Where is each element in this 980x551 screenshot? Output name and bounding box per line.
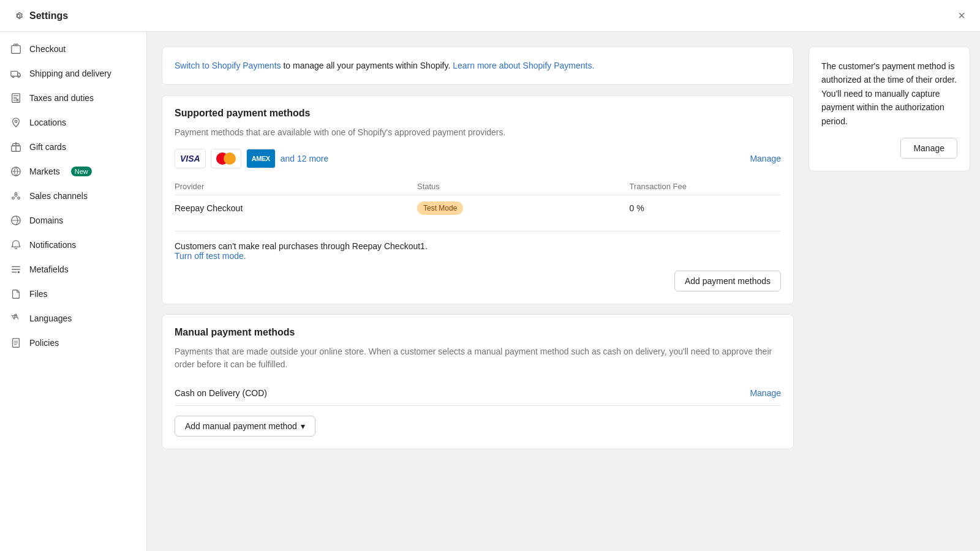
provider-table: Provider Status Transaction Fee Reepay C… [175, 178, 781, 221]
cod-manage-link[interactable]: Manage [750, 388, 781, 398]
provider-name: Reepay Checkout [175, 195, 417, 222]
markets-icon [10, 165, 22, 178]
supported-desc: Payment methods that are available with … [175, 126, 781, 139]
fee-cell: 0 % [630, 195, 782, 222]
cod-label: Cash on Delivery (COD) [175, 388, 267, 398]
header-left: Settings [12, 10, 68, 22]
add-manual-method-button[interactable]: Add manual payment method ▾ [175, 416, 315, 437]
manual-payment-card: Manual payment methods Payments that are… [162, 314, 794, 449]
sidebar-label-sales: Sales channels [29, 191, 88, 201]
sidebar-label-giftcards: Gift cards [29, 142, 66, 152]
supported-title: Supported payment methods [175, 108, 781, 119]
learn-more-link[interactable]: Learn more about Shopify Payments. [453, 61, 594, 70]
sidebar-label-domains: Domains [29, 216, 63, 225]
svg-point-8 [12, 197, 15, 200]
test-mode-warning: Customers can't make real purchases thro… [175, 231, 781, 261]
sidebar-label-locations: Locations [29, 118, 66, 127]
right-panel: The customer's payment method is authori… [809, 32, 980, 551]
sidebar-label-policies: Policies [29, 338, 59, 348]
files-icon [10, 288, 22, 300]
sidebar-item-sales[interactable]: Sales channels [0, 184, 146, 208]
sidebar-item-locations[interactable]: Locations [0, 110, 146, 135]
visa-logo: VISA [175, 149, 206, 168]
svg-rect-1 [11, 71, 18, 76]
manual-desc: Payments that are made outside your onli… [175, 345, 781, 371]
markets-new-badge: New [71, 167, 92, 176]
sidebar-item-taxes[interactable]: Taxes and duties [0, 86, 146, 110]
info-description: The customer's payment method is authori… [821, 59, 957, 128]
notifications-icon [10, 239, 22, 251]
sidebar: Checkout Shipping and delivery Taxes and… [0, 32, 147, 551]
sales-icon [10, 190, 22, 202]
notice-text: Switch to Shopify Payments to manage all… [175, 59, 781, 72]
close-button[interactable]: × [956, 6, 968, 25]
svg-point-12 [18, 271, 20, 274]
dropdown-arrow-icon: ▾ [301, 421, 305, 431]
app-title: Settings [29, 10, 68, 21]
add-manual-label: Add manual payment method [185, 421, 297, 431]
sidebar-label-checkout: Checkout [29, 44, 66, 54]
sidebar-label-languages: Languages [29, 313, 72, 323]
sidebar-item-markets[interactable]: Markets New [0, 159, 146, 184]
sidebar-label-notifications: Notifications [29, 240, 76, 250]
amex-logo: AMEX [246, 149, 276, 168]
sidebar-label-markets: Markets [29, 167, 60, 176]
mastercard-logo [211, 149, 241, 168]
svg-point-2 [12, 76, 14, 78]
svg-rect-0 [12, 46, 20, 54]
and-more-link[interactable]: and 12 more [281, 154, 329, 163]
svg-point-5 [15, 120, 17, 122]
sidebar-item-giftcards[interactable]: Gift cards [0, 135, 146, 159]
shopify-payments-notice: Switch to Shopify Payments to manage all… [162, 47, 794, 85]
manual-title: Manual payment methods [175, 327, 781, 338]
main-content: Switch to Shopify Payments to manage all… [147, 32, 809, 551]
sidebar-item-notifications[interactable]: Notifications [0, 233, 146, 257]
policies-icon [10, 337, 22, 349]
sidebar-item-metafields[interactable]: Metafields [0, 257, 146, 282]
taxes-icon [10, 92, 22, 104]
gift-icon [10, 141, 22, 153]
sidebar-label-taxes: Taxes and duties [29, 93, 94, 103]
status-cell: Test Mode [417, 195, 630, 222]
test-warning-text: Customers can't make real purchases thro… [175, 241, 781, 251]
add-payment-button[interactable]: Add payment methods [674, 271, 781, 291]
sidebar-item-checkout[interactable]: Checkout [0, 37, 146, 61]
checkout-icon [10, 43, 22, 55]
manage-btn-container: Manage [821, 138, 957, 159]
cod-row: Cash on Delivery (COD) Manage [175, 381, 781, 406]
sidebar-item-languages[interactable]: Languages [0, 306, 146, 331]
switch-payments-link[interactable]: Switch to Shopify Payments [175, 61, 281, 70]
layout: Checkout Shipping and delivery Taxes and… [0, 0, 980, 551]
svg-point-3 [18, 76, 20, 78]
manage-button[interactable]: Manage [900, 138, 957, 159]
add-payment-footer: Add payment methods [175, 271, 781, 291]
sidebar-label-shipping: Shipping and delivery [29, 69, 111, 78]
domains-icon [10, 214, 22, 227]
mc-orange-circle [224, 152, 236, 165]
turn-off-test-link[interactable]: Turn off test mode. [175, 251, 246, 261]
provider-col-header: Provider [175, 178, 417, 195]
info-card: The customer's payment method is authori… [809, 47, 970, 171]
payment-logos-row: VISA AMEX and 12 more Manage [175, 149, 781, 168]
languages-icon [10, 312, 22, 324]
svg-point-9 [15, 193, 17, 195]
metafields-icon [10, 263, 22, 276]
sidebar-item-policies[interactable]: Policies [0, 331, 146, 355]
settings-icon [12, 10, 24, 22]
status-col-header: Status [417, 178, 630, 195]
locations-icon [10, 116, 22, 129]
supported-payment-card: Supported payment methods Payment method… [162, 95, 794, 304]
sidebar-item-domains[interactable]: Domains [0, 208, 146, 233]
sidebar-label-metafields: Metafields [29, 264, 69, 274]
app-header: Settings × [0, 0, 980, 32]
table-row: Reepay Checkout Test Mode 0 % [175, 195, 781, 222]
svg-point-10 [18, 197, 20, 200]
sidebar-label-files: Files [29, 289, 48, 299]
fee-col-header: Transaction Fee [630, 178, 782, 195]
sidebar-item-shipping[interactable]: Shipping and delivery [0, 61, 146, 86]
test-mode-badge: Test Mode [417, 201, 463, 215]
supported-manage-link[interactable]: Manage [750, 154, 781, 163]
sidebar-item-files[interactable]: Files [0, 282, 146, 306]
shipping-icon [10, 67, 22, 80]
